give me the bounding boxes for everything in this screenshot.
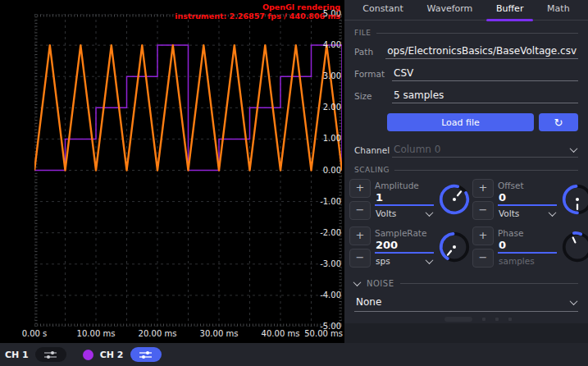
y-tick-label: 3.00 [312,71,341,80]
y-tick-label: 1.00 [312,134,341,143]
samplerate-value[interactable]: 200 [375,238,434,254]
path-row: Path ops/ElectronicsBasics/BaseVoltage.c… [354,44,578,59]
file-section-header: FILE [354,29,578,37]
x-tick-label: 0.00 s [22,329,48,338]
ch1-label: CH 1 [5,350,29,360]
refresh-icon: ↻ [554,117,563,129]
y-tick-label: -1.00 [312,197,341,206]
tab-buffer[interactable]: Buffer [493,0,526,20]
partial-scrolled-widget [444,317,512,322]
tab-waveform[interactable]: Waveform [423,0,476,20]
section-divider [394,170,578,171]
samplerate-unit: sps [376,256,390,266]
format-field[interactable]: CSV [392,66,578,81]
phase-increment-button[interactable]: + [472,226,494,245]
chevron-down-icon [570,144,578,153]
amplitude-group: + − Amplitude 1 Volts [349,177,471,222]
sliders-icon [43,350,57,359]
x-tick-label: 10.00 ms [77,329,116,338]
samplerate-decrement-button[interactable]: − [349,249,371,268]
x-tick-label: 40.00 ms [262,329,300,338]
section-divider [400,283,578,284]
phase-knob[interactable] [561,231,588,263]
rendering-info-overlay: OpenGl rendering instrument: 2.26857 fps… [175,2,340,21]
y-tick-label: -2.00 [312,228,341,237]
x-tick-label: 50.00 ms [304,329,343,338]
oscilloscope-plot-area: 5.004.003.002.001.000.00-1.00-2.00-3.00-… [0,0,344,343]
phase-unit: samples [498,254,557,266]
y-tick-label: 4.00 [312,40,341,49]
scaling-controls: + − Amplitude 1 Volts + − [349,177,583,269]
samplerate-increment-button[interactable]: + [349,226,371,245]
y-tick-label: -3.00 [312,259,341,268]
panel-footer [344,323,588,343]
chevron-down-icon [549,208,557,217]
x-tick-label: 30.00 ms [200,329,239,338]
chevron-down-icon [570,297,578,305]
collapse-chevron-icon[interactable] [353,278,362,286]
amplitude-value[interactable]: 1 [375,190,434,206]
phase-group: + − Phase 0 samples [472,225,588,269]
offset-group: + − Offset 0 Volts [472,177,588,222]
ch2-label: CH 2 [100,350,124,360]
chevron-down-icon [426,208,434,217]
path-field[interactable]: ops/ElectronicsBasics/BaseVoltage.csv [385,44,578,59]
mode-tabs: Constant Waveform Buffer Math [344,0,588,21]
amplitude-decrement-button[interactable]: − [349,201,371,220]
ch2-color-dot [83,350,93,360]
amplitude-unit-select[interactable]: Volts [375,206,434,218]
amplitude-label: Amplitude [375,181,434,190]
samplerate-label: SampleRate [375,228,434,238]
phase-decrement-button[interactable]: − [472,249,494,268]
amplitude-increment-button[interactable]: + [349,179,371,198]
x-tick-label: 20.00 ms [139,329,177,338]
noise-type-value: None [356,296,571,308]
overlay-line-2: instrument: 2.26857 fps / 440.806 ms [175,11,340,21]
ch1-settings-toggle[interactable] [35,347,66,362]
signal-generator-panel: Constant Waveform Buffer Math FILE Path … [344,0,588,343]
samplerate-group: + − SampleRate 200 sps [349,225,471,269]
overlay-line-1: OpenGl rendering [175,2,340,11]
amplitude-unit: Volts [376,208,396,218]
offset-value[interactable]: 0 [498,190,557,206]
channel-bar: CH 1 CH 2 [0,343,588,366]
format-value: CSV [394,67,577,79]
file-buttons-row: Load file ↻ [387,113,578,131]
ch2-settings-toggle[interactable] [130,347,162,362]
chevron-down-icon [426,256,434,264]
samplerate-knob[interactable] [438,231,471,263]
size-value: 5 samples [394,89,577,101]
format-label: Format [354,69,392,81]
section-divider [376,33,578,34]
y-tick-label: 2.00 [312,103,341,112]
path-label: Path [354,47,385,59]
refresh-button[interactable]: ↻ [539,113,578,131]
tab-math[interactable]: Math [544,0,573,20]
file-section-title: FILE [354,29,371,37]
offset-unit-select[interactable]: Volts [498,206,557,218]
offset-decrement-button[interactable]: − [472,201,494,220]
size-label: Size [354,91,392,103]
sliders-icon [139,350,153,359]
samplerate-unit-select[interactable]: sps [375,254,434,266]
channel-row: Channel Column 0 [354,143,578,158]
y-tick-label: 0.00 [312,166,341,175]
offset-increment-button[interactable]: + [472,179,494,198]
noise-type-select[interactable]: None [354,295,578,312]
offset-knob[interactable] [561,183,588,216]
path-value: ops/ElectronicsBasics/BaseVoltage.csv [387,45,577,57]
phase-value[interactable]: 0 [498,238,557,254]
size-row: Size 5 samples [354,89,578,103]
offset-unit: Volts [499,208,519,218]
offset-label: Offset [498,181,557,190]
phase-label: Phase [498,228,557,238]
load-file-button[interactable]: Load file [387,113,534,131]
scaling-section-title: SCALING [354,166,390,174]
amplitude-knob[interactable] [438,183,471,216]
tab-constant[interactable]: Constant [359,0,406,20]
size-field: 5 samples [392,89,578,103]
noise-section-header: NOISE [354,279,578,288]
waveform-plot[interactable] [34,14,342,327]
channel-select[interactable]: Column 0 [392,143,578,158]
channel-label: Channel [354,145,392,158]
